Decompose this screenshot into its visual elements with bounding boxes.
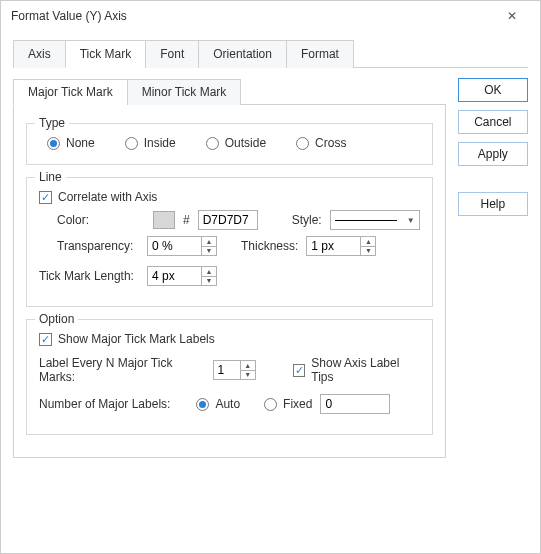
button-column: OK Cancel Apply Help xyxy=(458,78,528,458)
chevron-up-icon[interactable]: ▲ xyxy=(361,237,375,247)
transparency-label: Transparency: xyxy=(57,239,139,253)
type-inside-option[interactable]: Inside xyxy=(125,136,176,150)
option-fieldset: Option Show Major Tick Mark Labels Label… xyxy=(26,319,433,435)
radio-icon xyxy=(296,137,309,150)
tab-orientation[interactable]: Orientation xyxy=(198,40,287,68)
tab-font[interactable]: Font xyxy=(145,40,199,68)
hash-label: # xyxy=(183,213,190,227)
line-style-preview xyxy=(335,220,397,221)
thickness-value: 1 px xyxy=(311,239,334,253)
thickness-input[interactable]: 1 px ▲▼ xyxy=(306,236,376,256)
label-every-label: Label Every N Major Tick Marks: xyxy=(39,356,205,384)
close-button[interactable]: ✕ xyxy=(492,2,532,30)
chevron-down-icon[interactable]: ▼ xyxy=(202,247,216,256)
spinner-arrows: ▲▼ xyxy=(201,237,216,255)
type-radio-group: None Inside Outside xyxy=(47,136,420,150)
color-swatch[interactable] xyxy=(153,211,175,229)
transparency-row: Transparency: 0 % ▲▼ Thickness: 1 px ▲▼ xyxy=(57,236,420,256)
ok-button[interactable]: OK xyxy=(458,78,528,102)
major-tick-panel: Type None Inside xyxy=(13,105,446,458)
line-legend: Line xyxy=(35,170,66,184)
checkbox-icon xyxy=(293,364,306,377)
radio-icon xyxy=(206,137,219,150)
close-icon: ✕ xyxy=(507,9,517,23)
chevron-up-icon[interactable]: ▲ xyxy=(202,267,216,277)
tab-axis[interactable]: Axis xyxy=(13,40,66,68)
help-button[interactable]: Help xyxy=(458,192,528,216)
label-every-value: 1 xyxy=(218,363,225,377)
dialog-title: Format Value (Y) Axis xyxy=(11,9,492,23)
length-input[interactable]: 4 px ▲▼ xyxy=(147,266,217,286)
spinner-arrows: ▲▼ xyxy=(201,267,216,285)
transparency-value: 0 % xyxy=(152,239,173,253)
fixed-label: Fixed xyxy=(283,397,312,411)
chevron-down-icon[interactable]: ▼ xyxy=(241,371,255,380)
checkbox-icon xyxy=(39,333,52,346)
length-row: Tick Mark Length: 4 px ▲▼ xyxy=(39,266,420,286)
tab-content: Major Tick Mark Minor Tick Mark Type Non… xyxy=(13,78,446,458)
style-label: Style: xyxy=(292,213,322,227)
chevron-down-icon[interactable]: ▼ xyxy=(202,277,216,286)
tab-tick-mark[interactable]: Tick Mark xyxy=(65,40,147,68)
num-labels-label: Number of Major Labels: xyxy=(39,397,170,411)
style-select[interactable]: ▼ xyxy=(330,210,420,230)
type-none-option[interactable]: None xyxy=(47,136,95,150)
line-fieldset: Line Correlate with Axis Color: # D7D7D7 xyxy=(26,177,433,307)
chevron-up-icon[interactable]: ▲ xyxy=(241,361,255,371)
label-every-row: Label Every N Major Tick Marks: 1 ▲▼ Sho… xyxy=(39,356,420,384)
type-fieldset: Type None Inside xyxy=(26,123,433,165)
auto-label: Auto xyxy=(215,397,240,411)
option-legend: Option xyxy=(35,312,78,326)
sub-tab-minor[interactable]: Minor Tick Mark xyxy=(127,79,242,105)
chevron-down-icon: ▼ xyxy=(407,216,415,225)
show-labels-label: Show Major Tick Mark Labels xyxy=(58,332,215,346)
color-label: Color: xyxy=(57,213,107,227)
correlate-label: Correlate with Axis xyxy=(58,190,157,204)
spinner-arrows: ▲▼ xyxy=(360,237,375,255)
radio-icon xyxy=(196,398,209,411)
type-inside-label: Inside xyxy=(144,136,176,150)
title-bar: Format Value (Y) Axis ✕ xyxy=(1,1,540,31)
length-value: 4 px xyxy=(152,269,175,283)
fixed-value-input[interactable]: 0 xyxy=(320,394,390,414)
sub-tab-major[interactable]: Major Tick Mark xyxy=(13,79,128,105)
apply-button[interactable]: Apply xyxy=(458,142,528,166)
num-labels-auto-option[interactable]: Auto xyxy=(196,397,240,411)
chevron-up-icon[interactable]: ▲ xyxy=(202,237,216,247)
type-outside-label: Outside xyxy=(225,136,266,150)
cancel-button[interactable]: Cancel xyxy=(458,110,528,134)
main-tab-bar: Axis Tick Mark Font Orientation Format xyxy=(13,39,528,68)
correlate-checkbox-row[interactable]: Correlate with Axis xyxy=(39,190,420,204)
content-row: Major Tick Mark Minor Tick Mark Type Non… xyxy=(13,78,528,458)
color-input[interactable]: D7D7D7 xyxy=(198,210,258,230)
type-cross-option[interactable]: Cross xyxy=(296,136,346,150)
type-outside-option[interactable]: Outside xyxy=(206,136,266,150)
transparency-input[interactable]: 0 % ▲▼ xyxy=(147,236,217,256)
dialog-window: Format Value (Y) Axis ✕ Axis Tick Mark F… xyxy=(0,0,541,554)
thickness-label: Thickness: xyxy=(241,239,298,253)
show-tips-checkbox-row[interactable]: Show Axis Label Tips xyxy=(293,356,420,384)
num-labels-fixed-option[interactable]: Fixed xyxy=(264,397,312,411)
spinner-arrows: ▲▼ xyxy=(240,361,255,379)
length-label: Tick Mark Length: xyxy=(39,269,139,283)
tab-format[interactable]: Format xyxy=(286,40,354,68)
type-none-label: None xyxy=(66,136,95,150)
radio-icon xyxy=(125,137,138,150)
sub-tab-bar: Major Tick Mark Minor Tick Mark xyxy=(13,78,446,105)
checkbox-icon xyxy=(39,191,52,204)
radio-icon xyxy=(47,137,60,150)
dialog-body: Axis Tick Mark Font Orientation Format M… xyxy=(1,31,540,553)
show-labels-checkbox-row[interactable]: Show Major Tick Mark Labels xyxy=(39,332,420,346)
type-cross-label: Cross xyxy=(315,136,346,150)
num-labels-row: Number of Major Labels: Auto Fixed xyxy=(39,394,420,414)
radio-icon xyxy=(264,398,277,411)
chevron-down-icon[interactable]: ▼ xyxy=(361,247,375,256)
type-legend: Type xyxy=(35,116,69,130)
show-tips-label: Show Axis Label Tips xyxy=(311,356,419,384)
color-row: Color: # D7D7D7 Style: ▼ xyxy=(57,210,420,230)
label-every-input[interactable]: 1 ▲▼ xyxy=(213,360,256,380)
